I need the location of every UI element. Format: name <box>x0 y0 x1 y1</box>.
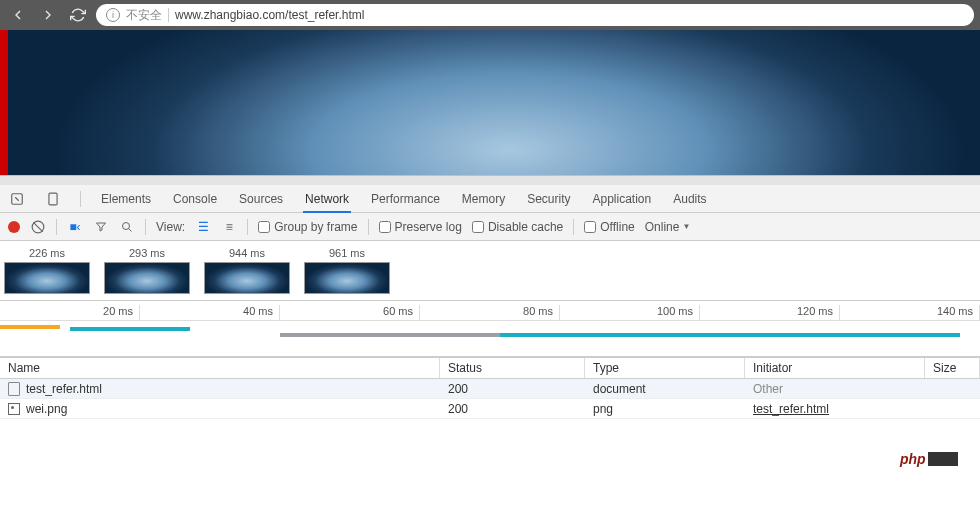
tick: 80 ms <box>420 305 560 320</box>
tab-application[interactable]: Application <box>591 185 654 213</box>
col-initiator[interactable]: Initiator <box>745 358 925 378</box>
search-icon[interactable] <box>119 221 135 233</box>
tab-memory[interactable]: Memory <box>460 185 507 213</box>
earth-banner-image <box>50 30 970 175</box>
tick: 20 ms <box>0 305 140 320</box>
document-icon <box>8 382 20 396</box>
url-text: www.zhangbiao.com/test_refer.html <box>175 8 964 22</box>
overview-bars <box>0 325 980 341</box>
frame-thumbnail <box>4 262 90 294</box>
tick: 140 ms <box>840 305 980 320</box>
separator <box>573 219 574 235</box>
frame-thumbnail <box>104 262 190 294</box>
image-icon <box>8 403 20 415</box>
waterfall-icon[interactable]: ≡ <box>221 220 237 234</box>
device-icon[interactable] <box>44 190 62 208</box>
page-viewport <box>0 30 980 175</box>
svg-point-3 <box>123 222 130 229</box>
offline-checkbox[interactable]: Offline <box>584 220 634 234</box>
request-bar <box>280 333 500 337</box>
record-button[interactable] <box>8 221 20 233</box>
devtools-panel: Elements Console Sources Network Perform… <box>0 185 980 514</box>
throttle-dropdown[interactable]: Online▼ <box>645 220 691 234</box>
request-bar <box>70 327 190 331</box>
col-type[interactable]: Type <box>585 358 745 378</box>
table-row[interactable]: test_refer.html 200 document Other <box>0 379 980 399</box>
filmstrip-frame[interactable]: 961 ms <box>304 247 390 294</box>
table-row[interactable]: wei.png 200 png test_refer.html <box>0 399 980 419</box>
tick: 60 ms <box>280 305 420 320</box>
tab-console[interactable]: Console <box>171 185 219 213</box>
filmstrip-frame[interactable]: 944 ms <box>204 247 290 294</box>
browser-toolbar: i 不安全 www.zhangbiao.com/test_refer.html <box>0 0 980 30</box>
network-table: Name Status Type Initiator Size test_ref… <box>0 357 980 514</box>
svg-rect-1 <box>49 193 57 205</box>
red-accent-bar <box>0 30 8 175</box>
filmstrip: 226 ms 293 ms 944 ms 961 ms <box>0 241 980 301</box>
inspect-icon[interactable] <box>8 190 26 208</box>
separator <box>168 8 169 22</box>
separator <box>80 191 81 207</box>
reload-button[interactable] <box>66 3 90 27</box>
tab-network[interactable]: Network <box>303 185 351 213</box>
preserve-log-checkbox[interactable]: Preserve log <box>379 220 462 234</box>
tab-audits[interactable]: Audits <box>671 185 708 213</box>
address-bar[interactable]: i 不安全 www.zhangbiao.com/test_refer.html <box>96 4 974 26</box>
tab-elements[interactable]: Elements <box>99 185 153 213</box>
group-by-frame-checkbox[interactable]: Group by frame <box>258 220 357 234</box>
separator <box>247 219 248 235</box>
large-rows-icon[interactable]: ☰ <box>195 220 211 234</box>
filmstrip-frame[interactable]: 293 ms <box>104 247 190 294</box>
tab-performance[interactable]: Performance <box>369 185 442 213</box>
forward-button[interactable] <box>36 3 60 27</box>
filmstrip-frame[interactable]: 226 ms <box>4 247 90 294</box>
tab-sources[interactable]: Sources <box>237 185 285 213</box>
tick: 40 ms <box>140 305 280 320</box>
separator <box>56 219 57 235</box>
col-name[interactable]: Name <box>0 358 440 378</box>
timeline-overview[interactable]: 20 ms 40 ms 60 ms 80 ms 100 ms 120 ms 14… <box>0 301 980 357</box>
col-size[interactable]: Size <box>925 358 980 378</box>
camera-icon[interactable]: ■‹ <box>67 220 83 234</box>
network-toolbar: ■‹ View: ☰ ≡ Group by frame Preserve log… <box>0 213 980 241</box>
info-icon[interactable]: i <box>106 8 120 22</box>
tick: 100 ms <box>560 305 700 320</box>
clear-icon[interactable] <box>30 220 46 234</box>
view-label: View: <box>156 220 185 234</box>
back-button[interactable] <box>6 3 30 27</box>
separator <box>368 219 369 235</box>
filter-icon[interactable] <box>93 221 109 233</box>
watermark: php <box>896 448 976 470</box>
horizontal-scrollbar[interactable] <box>0 175 980 185</box>
disable-cache-checkbox[interactable]: Disable cache <box>472 220 563 234</box>
col-status[interactable]: Status <box>440 358 585 378</box>
request-bar <box>0 325 60 329</box>
frame-thumbnail <box>204 262 290 294</box>
tab-security[interactable]: Security <box>525 185 572 213</box>
insecure-label: 不安全 <box>126 7 162 24</box>
frame-thumbnail <box>304 262 390 294</box>
devtools-tabs: Elements Console Sources Network Perform… <box>0 185 980 213</box>
tick: 120 ms <box>700 305 840 320</box>
separator <box>145 219 146 235</box>
table-header: Name Status Type Initiator Size <box>0 357 980 379</box>
request-bar <box>500 333 960 337</box>
